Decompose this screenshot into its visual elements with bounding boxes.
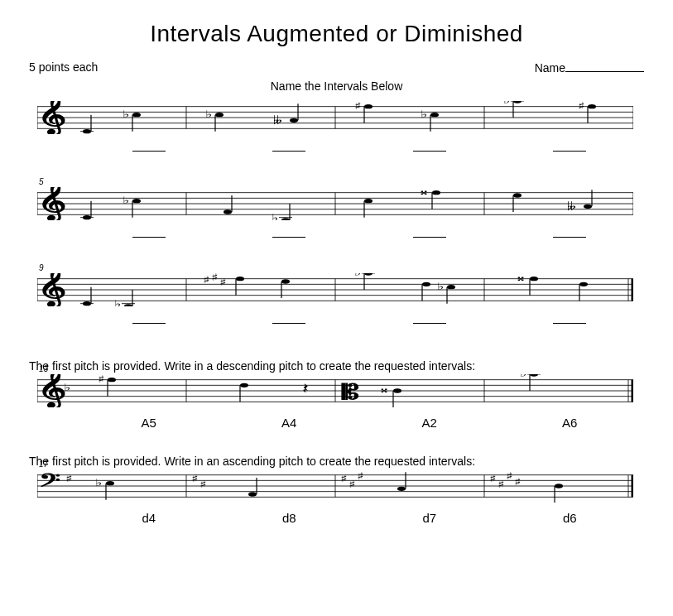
svg-point-49 — [132, 199, 141, 203]
svg-point-58 — [364, 199, 373, 203]
svg-text:♭: ♭ — [520, 374, 526, 379]
staff-svg-5: 𝄢 ♯ ♭ ♯♯ ♯♯♯ ♯♯♯♯ — [37, 469, 633, 503]
descending-instruction: The first pitch is provided. Write in a … — [29, 359, 644, 373]
svg-text:♭: ♭ — [421, 108, 427, 119]
page-title: Intervals Augmented or Diminished — [29, 21, 644, 47]
measure-number: 9 — [39, 263, 44, 272]
points-each-label: 5 points each — [29, 60, 98, 74]
svg-text:♭: ♭ — [503, 101, 510, 106]
svg-text:♯: ♯ — [349, 479, 355, 489]
bass-clef-icon: 𝄢 — [39, 471, 60, 495]
svg-point-20 — [290, 118, 298, 123]
svg-text:𝄪: 𝄪 — [517, 273, 524, 282]
staff-svg-1: 𝄞 ♭ ♭ 𝄫 ♯ ♭ ♭ ♯ — [37, 101, 633, 134]
system-4: 13 𝄞 ♭ ♯ 𝄽 𝄡 𝄪 ♭ A5 — [29, 374, 644, 430]
answer-blank[interactable] — [500, 141, 641, 154]
svg-point-83 — [124, 304, 132, 306]
answer-blank[interactable] — [359, 227, 500, 240]
svg-text:♯: ♯ — [340, 473, 347, 484]
interval-label: A2 — [359, 416, 500, 430]
svg-point-54 — [281, 218, 290, 220]
svg-text:♯: ♯ — [578, 101, 584, 111]
name-blank-line[interactable] — [565, 60, 644, 72]
svg-text:♯: ♯ — [203, 274, 209, 285]
svg-point-104 — [530, 277, 538, 281]
answer-blank[interactable] — [359, 141, 500, 154]
name-field-wrap: Name — [535, 60, 644, 75]
svg-text:♯: ♯ — [191, 473, 198, 484]
svg-point-51 — [224, 209, 232, 214]
answer-blank[interactable] — [500, 313, 641, 326]
svg-text:♭: ♭ — [354, 273, 361, 278]
svg-text:♯: ♯ — [357, 470, 363, 481]
svg-point-29 — [513, 101, 522, 103]
measure-number: 13 — [39, 364, 48, 373]
answer-blank[interactable] — [79, 227, 219, 240]
answer-blank[interactable] — [79, 313, 219, 326]
interval-label: d8 — [219, 511, 360, 525]
interval-label: d4 — [79, 511, 219, 525]
svg-text:♯: ♯ — [98, 374, 104, 384]
svg-point-145 — [106, 481, 114, 485]
answer-blank[interactable] — [500, 227, 641, 240]
svg-point-14 — [132, 113, 141, 117]
interval-label: d6 — [500, 511, 641, 525]
svg-text:♭: ♭ — [95, 477, 102, 488]
svg-point-23 — [364, 104, 373, 108]
svg-point-106 — [579, 282, 588, 286]
system-5: 17 𝄢 ♯ ♭ ♯♯ ♯♯♯ ♯♯♯♯ — [29, 469, 644, 525]
svg-text:𝄫: 𝄫 — [567, 200, 576, 211]
svg-point-101 — [447, 285, 455, 289]
svg-point-154 — [397, 487, 406, 491]
answer-blanks-row-3 — [79, 313, 640, 326]
svg-text:♭: ♭ — [123, 195, 129, 205]
svg-point-160 — [555, 484, 563, 488]
system-2: 5 𝄞 ♭ ♭ 𝄪 𝄫 — [29, 187, 644, 240]
svg-point-121 — [108, 378, 116, 382]
answer-blanks-row-2 — [79, 227, 640, 240]
svg-point-126 — [393, 388, 401, 392]
svg-text:♭: ♭ — [114, 298, 121, 306]
treble-clef-icon: 𝄞 — [37, 101, 66, 134]
svg-point-149 — [248, 492, 257, 496]
svg-text:♯: ♯ — [199, 479, 206, 489]
svg-text:♯: ♯ — [489, 473, 496, 484]
descending-intervals-row: A5 A4 A2 A6 — [79, 416, 640, 430]
svg-text:♯: ♯ — [354, 101, 361, 111]
subheader-row: 5 points each Name — [29, 60, 644, 75]
svg-point-98 — [422, 282, 430, 286]
ascending-intervals-row: d4 d8 d7 d6 — [79, 511, 640, 525]
svg-point-33 — [588, 104, 596, 108]
interval-label: A4 — [219, 416, 360, 430]
answer-blank[interactable] — [79, 141, 219, 154]
answer-blank[interactable] — [219, 227, 360, 240]
svg-text:♯: ♯ — [65, 473, 72, 484]
worksheet-page: Intervals Augmented or Diminished 5 poin… — [0, 0, 673, 616]
answer-blank[interactable] — [219, 313, 360, 326]
treble-clef-icon: 𝄞 — [37, 187, 66, 220]
staff-svg-2: 𝄞 ♭ ♭ 𝄪 𝄫 — [37, 187, 633, 220]
treble-clef-icon: 𝄞 — [37, 273, 66, 306]
measure-number: 5 — [39, 177, 44, 186]
svg-text:♯: ♯ — [514, 476, 521, 487]
svg-point-95 — [364, 273, 373, 276]
svg-point-92 — [281, 279, 290, 283]
staff-svg-4: 𝄞 ♭ ♯ 𝄽 𝄡 𝄪 ♭ — [37, 374, 633, 407]
system-3: 9 𝄞 ♭ ♯♯♯ ♭ ♭ 𝄪 — [29, 273, 644, 326]
svg-point-26 — [430, 113, 439, 117]
svg-point-90 — [236, 277, 244, 281]
interval-label: A6 — [500, 416, 641, 430]
section-subtitle: Name the Intervals Below — [29, 79, 644, 93]
svg-text:♯: ♯ — [219, 277, 226, 287]
ascending-instruction: The first pitch is provided. Write in an… — [29, 455, 644, 468]
answer-blank[interactable] — [359, 313, 500, 326]
interval-label: A5 — [79, 416, 219, 430]
svg-text:♯: ♯ — [506, 470, 512, 481]
measure-number: 17 — [39, 460, 48, 469]
svg-text:♭: ♭ — [64, 382, 70, 392]
answer-blank[interactable] — [219, 141, 360, 154]
svg-text:♭: ♭ — [205, 108, 212, 119]
treble-clef-icon: 𝄞 — [37, 374, 66, 407]
name-label: Name — [535, 61, 565, 75]
svg-point-17 — [215, 113, 224, 117]
